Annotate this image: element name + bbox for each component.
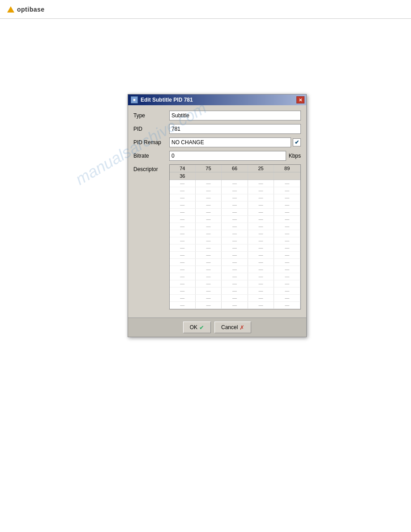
table-cell: — [248,252,274,259]
table-cell: — [170,259,195,266]
table-cell: — [248,295,274,302]
table-cell: — [274,295,300,302]
table-cell: — [248,266,274,273]
table-cell: — [274,259,300,266]
remap-checkbox[interactable]: ✔ [293,138,301,146]
table-cell: — [248,209,274,216]
table-cell: — [195,273,222,280]
table-header-row: 74 75 66 25 89 [170,165,300,172]
table-cell: — [222,273,248,280]
table-cell: — [248,223,274,230]
table-cell: — [274,216,300,223]
table-cell: — [170,266,195,273]
table-cell: — [274,187,300,194]
col-header-66: 66 [222,165,248,172]
table-cell: — [222,180,248,187]
table-cell: — [222,287,248,295]
pid-input[interactable] [169,124,301,134]
col-subheader-empty2 [222,172,248,180]
table-cell: — [170,295,195,302]
pid-remap-input[interactable] [169,137,291,147]
table-cell: — [195,230,222,237]
table-cell: — [274,245,300,252]
table-cell: — [274,230,300,237]
table-cell: — [248,273,274,280]
logo-area: optibase [7,6,45,13]
table-cell: — [195,259,222,266]
table-cell: — [248,230,274,237]
col-header-75: 75 [195,165,222,172]
table-cell: — [170,273,195,280]
col-subheader-empty4 [274,172,300,180]
dialog-title: Edit Subtitle PID 781 [141,97,193,103]
table-cell: — [170,180,195,187]
ok-button[interactable]: OK ✔ [183,322,211,333]
table-row: ————— [170,252,300,259]
table-cell: — [222,302,248,309]
table-cell: — [274,252,300,259]
table-cell: — [195,245,222,252]
table-cell: — [274,266,300,273]
table-row: ————— [170,302,300,309]
table-cell: — [248,237,274,245]
table-cell: — [195,202,222,209]
table-cell: — [195,194,222,202]
table-cell: — [195,252,222,259]
table-cell: — [248,202,274,209]
close-button[interactable]: ✕ [296,96,304,103]
logo-text: optibase [17,6,45,13]
type-input[interactable] [169,111,301,120]
title-bar-left: ■ Edit Subtitle PID 781 [131,96,193,103]
dialog-window: ■ Edit Subtitle PID 781 ✕ Type PID PID R… [128,94,307,337]
logo-triangle-icon [7,6,14,13]
table-cell: — [195,216,222,223]
table-row: ————— [170,223,300,230]
col-subheader-empty3 [248,172,274,180]
table-cell: — [170,202,195,209]
type-label: Type [133,112,169,119]
descriptor-table: 74 75 66 25 89 36 [170,165,300,309]
table-cell: — [195,237,222,245]
table-cell: — [248,280,274,287]
col-header-74: 74 [170,165,195,172]
bitrate-row: Bitrate Kbps [133,151,301,161]
table-cell: — [170,252,195,259]
table-cell: — [274,202,300,209]
col-subheader-empty1 [195,172,222,180]
table-cell: — [222,194,248,202]
type-row: Type [133,111,301,120]
dialog-footer: OK ✔ Cancel ✗ [128,317,306,337]
table-cell: — [195,180,222,187]
table-cell: — [248,287,274,295]
table-row: ————— [170,266,300,273]
window-icon: ■ [131,96,138,103]
cancel-button[interactable]: Cancel ✗ [214,322,251,333]
table-cell: — [222,259,248,266]
table-cell: — [274,287,300,295]
bitrate-input[interactable] [169,151,286,161]
table-row: ————— [170,273,300,280]
table-cell: — [170,230,195,237]
descriptor-label: Descriptor [133,164,169,309]
dialog-body: Type PID PID Remap ✔ Bitrate Kbps [128,105,306,317]
table-cell: — [170,209,195,216]
table-cell: — [248,302,274,309]
table-cell: — [274,273,300,280]
table-cell: — [170,187,195,194]
table-cell: — [274,223,300,230]
table-cell: — [274,194,300,202]
col-header-25: 25 [248,165,274,172]
table-cell: — [222,187,248,194]
ok-icon: ✔ [199,324,204,331]
table-cell: — [274,209,300,216]
kbps-label: Kbps [289,153,301,159]
table-row: ————— [170,280,300,287]
table-row: ————— [170,230,300,237]
table-row: ————— [170,287,300,295]
table-row: ————— [170,202,300,209]
pid-row: PID [133,124,301,134]
table-cell: — [170,287,195,295]
table-cell: — [195,287,222,295]
table-cell: — [222,209,248,216]
table-row: ————— [170,180,300,187]
